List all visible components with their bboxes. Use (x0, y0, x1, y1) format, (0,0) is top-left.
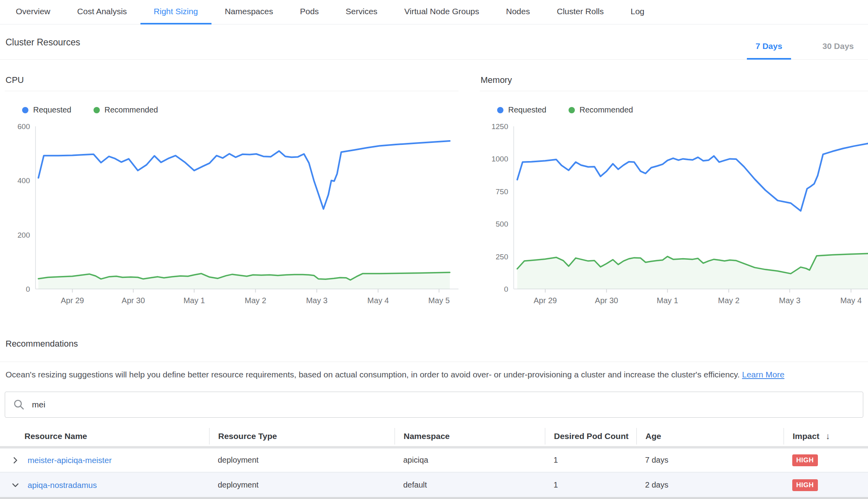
header-age[interactable]: Age (636, 428, 784, 445)
tab-services[interactable]: Services (332, 0, 391, 24)
header-desired-pod-count[interactable]: Desired Pod Count (545, 428, 636, 445)
tab-nodes[interactable]: Nodes (493, 0, 544, 24)
svg-text:Apr 29: Apr 29 (61, 296, 84, 305)
recommended-dot-icon (569, 107, 575, 113)
svg-text:May 3: May 3 (779, 296, 800, 305)
svg-text:Apr 30: Apr 30 (122, 296, 145, 305)
chevron-down-icon (11, 481, 20, 490)
chevron-right-icon (11, 456, 20, 465)
svg-text:Apr 29: Apr 29 (533, 296, 557, 305)
tab-overview[interactable]: Overview (2, 0, 64, 24)
divider (0, 362, 868, 362)
memory-chart-section: Memory Requested Recommended 02505007501… (480, 75, 868, 308)
tab-cluster-rolls[interactable]: Cluster Rolls (543, 0, 617, 24)
learn-more-link[interactable]: Learn More (742, 370, 784, 379)
svg-text:Apr 30: Apr 30 (595, 296, 618, 305)
divider (0, 497, 868, 499)
memory-line-chart: 025050075010001250Apr 29Apr 30May 1May 2… (480, 121, 868, 308)
svg-text:250: 250 (496, 253, 508, 261)
svg-text:May 3: May 3 (306, 296, 327, 305)
svg-text:750: 750 (496, 188, 508, 196)
svg-text:1250: 1250 (492, 122, 508, 131)
recommendations-title: Recommendations (6, 339, 78, 349)
tab-right-sizing[interactable]: Right Sizing (140, 0, 211, 24)
namespace-cell: default (395, 480, 545, 490)
memory-chart-legend: Requested Recommended (497, 105, 868, 114)
legend-label: Requested (508, 105, 546, 114)
search-input[interactable] (31, 400, 855, 410)
cpu-chart-section: CPU Requested Recommended 0200400600Apr … (5, 75, 458, 308)
legend-item-recommended[interactable]: Recommended (569, 105, 633, 114)
svg-text:500: 500 (496, 220, 508, 228)
period-tab-30-days[interactable]: 30 Days (814, 41, 862, 60)
table-row[interactable]: meister-apiciqa-meister deployment apici… (0, 448, 868, 473)
expand-row-button[interactable] (10, 455, 21, 465)
namespace-cell: apiciqa (395, 456, 545, 465)
cluster-resources-title: Cluster Resources (6, 37, 80, 48)
svg-text:May 1: May 1 (657, 296, 678, 305)
cluster-resources-header: Cluster Resources 7 Days 30 Days (0, 24, 868, 60)
svg-text:May 4: May 4 (367, 296, 389, 305)
svg-text:1000: 1000 (492, 155, 508, 163)
resource-name-link[interactable]: meister-apiciqa-meister (28, 456, 112, 465)
legend-label: Recommended (580, 105, 633, 114)
svg-text:May 5: May 5 (428, 296, 449, 305)
legend-label: Recommended (105, 105, 158, 114)
recommendations-description-text: Ocean's resizing suggestions will help y… (6, 370, 742, 379)
tab-cost-analysis[interactable]: Cost Analysis (64, 0, 140, 24)
right-sizing-page: Overview Cost Analysis Right Sizing Name… (0, 0, 868, 499)
period-selector: 7 Days 30 Days (747, 41, 862, 59)
svg-text:400: 400 (17, 176, 30, 185)
period-tab-7-days[interactable]: 7 Days (747, 41, 791, 60)
table-header-row: Resource Name Resource Type Namespace De… (0, 426, 868, 446)
svg-text:May 1: May 1 (183, 296, 205, 305)
svg-text:May 2: May 2 (718, 296, 739, 305)
table-row[interactable]: apiqa-nostradamus deployment default 1 2… (0, 473, 868, 497)
tab-virtual-node-groups[interactable]: Virtual Node Groups (391, 0, 493, 24)
resource-name-link[interactable]: apiqa-nostradamus (28, 480, 97, 490)
header-namespace[interactable]: Namespace (395, 428, 545, 445)
tab-pods[interactable]: Pods (286, 0, 332, 24)
top-tab-bar: Overview Cost Analysis Right Sizing Name… (0, 0, 868, 24)
recommendations-description: Ocean's resizing suggestions will help y… (6, 368, 862, 381)
search-icon (13, 399, 25, 411)
header-resource-name[interactable]: Resource Name (0, 426, 209, 446)
cpu-chart-legend: Requested Recommended (22, 105, 458, 114)
legend-item-recommended[interactable]: Recommended (94, 105, 158, 114)
sort-desc-icon[interactable]: ↓ (826, 431, 830, 441)
impact-badge: HIGH (792, 454, 818, 466)
resource-search-box (5, 392, 863, 418)
collapse-row-button[interactable] (10, 480, 21, 490)
legend-label: Requested (33, 105, 71, 114)
svg-text:May 2: May 2 (245, 296, 266, 305)
svg-text:200: 200 (17, 231, 30, 239)
pod-count-cell: 1 (545, 480, 636, 490)
svg-text:0: 0 (504, 285, 508, 293)
impact-badge: HIGH (792, 479, 818, 491)
age-cell: 7 days (636, 456, 784, 465)
svg-text:0: 0 (26, 285, 30, 293)
requested-dot-icon (22, 107, 28, 113)
header-impact-label: Impact (793, 431, 819, 441)
legend-item-requested[interactable]: Requested (497, 105, 546, 114)
legend-item-requested[interactable]: Requested (22, 105, 71, 114)
cpu-chart-title: CPU (5, 75, 458, 91)
resource-type-cell: deployment (209, 456, 395, 465)
resource-type-cell: deployment (209, 480, 395, 490)
cpu-line-chart: 0200400600Apr 29Apr 30May 1May 2May 3May… (5, 121, 458, 308)
tab-log[interactable]: Log (617, 0, 658, 24)
recommended-dot-icon (94, 107, 100, 113)
pod-count-cell: 1 (545, 456, 636, 465)
memory-chart-title: Memory (480, 75, 868, 91)
svg-text:May 4: May 4 (840, 296, 862, 305)
age-cell: 2 days (636, 480, 784, 490)
header-impact[interactable]: Impact ↓ (784, 428, 868, 445)
recommendations-table: Resource Name Resource Type Namespace De… (0, 426, 868, 497)
header-resource-type[interactable]: Resource Type (209, 428, 395, 445)
tab-namespaces[interactable]: Namespaces (211, 0, 287, 24)
svg-text:600: 600 (17, 122, 30, 131)
requested-dot-icon (497, 107, 503, 113)
